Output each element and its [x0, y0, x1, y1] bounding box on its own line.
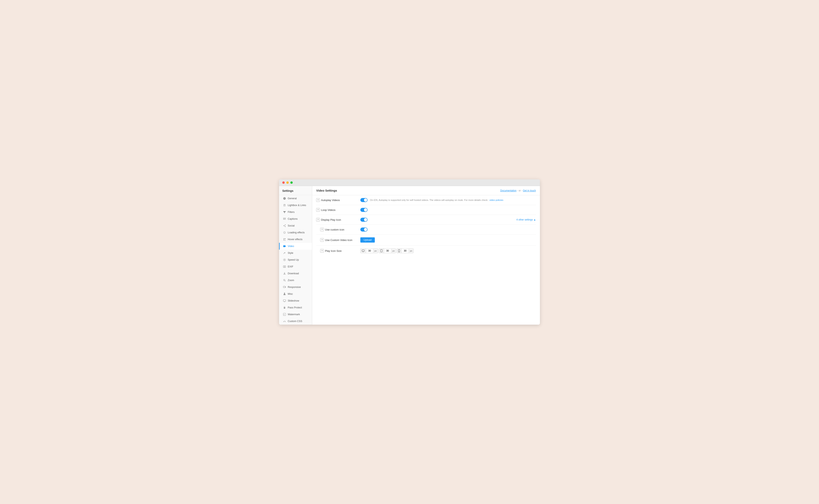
exif-icon	[283, 265, 286, 268]
row-control-loop-videos	[360, 208, 536, 212]
captions-icon	[283, 217, 286, 221]
help-badge-use-custom-icon[interactable]: ?	[320, 228, 324, 231]
sidebar-item-speed-up[interactable]: Speed Up	[279, 256, 312, 263]
svg-point-1	[283, 225, 284, 226]
sidebar-label-social: Social	[288, 224, 295, 227]
sidebar-item-responsive[interactable]: Responsive	[279, 284, 312, 291]
row-label-autoplay-videos: ? Autoplay Videos	[316, 198, 360, 202]
device-icon-mobile	[397, 249, 401, 253]
pass-protect-icon	[283, 306, 286, 309]
documentation-link[interactable]: Documentation	[500, 189, 517, 192]
sidebar-item-exif[interactable]: EXIF	[279, 263, 312, 270]
label-text-use-custom-icon: Use custom icon	[325, 228, 344, 231]
page-title: Video Settings	[316, 189, 337, 192]
size-item-mobile: px	[397, 248, 414, 253]
toggle-thumb-display-play-icon	[364, 218, 367, 221]
svg-rect-9	[285, 287, 286, 288]
svg-point-2	[285, 226, 286, 227]
device-icon-tablet	[379, 249, 384, 253]
sidebar-item-misc[interactable]: Misc	[279, 291, 312, 297]
window-body: Settings General Lightbox & Links Filter…	[279, 186, 540, 325]
watermark-icon: W	[283, 313, 286, 316]
toggle-track-autoplay-videos	[360, 198, 368, 202]
minimize-dot[interactable]	[286, 181, 289, 184]
px-label-mobile: px	[409, 249, 413, 253]
sidebar-label-responsive: Responsive	[288, 286, 301, 289]
upload-button-use-custom-video-icon[interactable]: Upload	[360, 237, 375, 243]
help-badge-loop-videos[interactable]: ?	[316, 208, 320, 212]
sidebar-label-general: General	[288, 197, 297, 200]
sidebar-item-style[interactable]: Style	[279, 250, 312, 256]
sidebar-label-misc: Misc	[288, 293, 293, 295]
download-icon	[283, 272, 286, 275]
general-icon	[283, 197, 286, 200]
maximize-dot[interactable]	[290, 181, 293, 184]
sidebar-item-social[interactable]: Social	[279, 222, 312, 229]
toggle-display-play-icon[interactable]	[360, 218, 368, 222]
sidebar-label-pass-protect: Pass Protect	[288, 306, 302, 309]
toggle-autoplay-videos[interactable]	[360, 198, 368, 202]
hover-effects-icon	[283, 238, 286, 241]
svg-point-10	[284, 293, 285, 294]
sidebar-item-lightbox-links[interactable]: Lightbox & Links	[279, 202, 312, 209]
sidebar-item-zoom[interactable]: Zoom	[279, 277, 312, 284]
sidebar-item-download[interactable]: Download	[279, 270, 312, 277]
sidebar-label-exif: EXIF	[288, 265, 293, 268]
toggle-track-use-custom-icon	[360, 228, 368, 232]
sidebar-item-watermark[interactable]: W Watermark	[279, 311, 312, 318]
link-separator: - or -	[517, 189, 523, 192]
sidebar-item-loading-effects[interactable]: Loading effects	[279, 229, 312, 236]
sidebar: Settings General Lightbox & Links Filter…	[279, 186, 312, 325]
misc-icon	[283, 292, 286, 296]
sidebar-item-captions[interactable]: Captions	[279, 215, 312, 222]
help-badge-use-custom-video-icon[interactable]: ?	[320, 238, 324, 242]
size-item-desktop: px	[360, 248, 378, 253]
settings-row-autoplay-videos: ? Autoplay Videos On iOS, Autoplay is su…	[316, 195, 536, 205]
svg-point-0	[285, 225, 286, 225]
toggle-thumb-autoplay-videos	[364, 198, 367, 202]
settings-row-display-play-icon: ? Display Play Icon 4 other settings ▲	[316, 215, 536, 225]
settings-body: ? Autoplay Videos On iOS, Autoplay is su…	[312, 195, 540, 256]
svg-text:W: W	[284, 314, 285, 315]
sidebar-label-filters: Filters	[288, 211, 295, 213]
help-badge-autoplay-videos[interactable]: ?	[316, 198, 320, 202]
row-control-play-icon-size: px px px	[360, 248, 536, 253]
loading-effects-icon	[283, 231, 286, 234]
toggle-track-loop-videos	[360, 208, 368, 212]
speed-up-icon	[283, 258, 286, 261]
help-badge-play-icon-size[interactable]: ?	[320, 249, 324, 253]
toggle-use-custom-icon[interactable]	[360, 228, 368, 232]
sidebar-item-general[interactable]: General	[279, 195, 312, 202]
get-in-touch-link[interactable]: Get in touch	[523, 189, 536, 192]
row-link-autoplay-videos[interactable]: video policies	[490, 199, 503, 201]
sidebar-label-download: Download	[288, 272, 299, 275]
sidebar-item-hover-effects[interactable]: Hover effects	[279, 236, 312, 243]
sidebar-label-hover-effects: Hover effects	[288, 238, 302, 241]
size-input-tablet[interactable]	[384, 249, 391, 253]
close-dot[interactable]	[282, 181, 285, 184]
svg-rect-12	[284, 307, 285, 308]
size-input-mobile[interactable]	[401, 249, 409, 253]
sidebar-item-video[interactable]: Video	[279, 243, 312, 250]
sidebar-title: Settings	[279, 186, 312, 195]
sidebar-label-slideshow: Slideshow	[288, 299, 299, 302]
size-input-desktop[interactable]	[366, 249, 373, 253]
custom-css-icon	[283, 320, 286, 323]
settings-row-use-custom-video-icon: ? Use Custom Video Icon Upload	[316, 235, 536, 246]
toggle-thumb-loop-videos	[364, 208, 367, 211]
row-side-display-play-icon[interactable]: 4 other settings ▲	[516, 218, 536, 221]
sidebar-item-custom-css[interactable]: Custom CSS	[279, 318, 312, 325]
sidebar-label-captions: Captions	[288, 217, 298, 220]
app-window: Settings General Lightbox & Links Filter…	[279, 179, 540, 325]
sidebar-item-pass-protect[interactable]: Pass Protect	[279, 304, 312, 311]
toggle-loop-videos[interactable]	[360, 208, 368, 212]
label-text-use-custom-video-icon: Use Custom Video Icon	[325, 239, 352, 242]
sidebar-item-slideshow[interactable]: Slideshow	[279, 297, 312, 304]
px-label-tablet: px	[391, 249, 396, 253]
svg-rect-3	[283, 245, 285, 247]
help-badge-display-play-icon[interactable]: ?	[316, 218, 320, 222]
sidebar-item-filters[interactable]: Filters	[279, 209, 312, 215]
slideshow-icon	[283, 299, 286, 302]
video-icon	[283, 245, 286, 248]
svg-rect-16	[380, 250, 382, 252]
